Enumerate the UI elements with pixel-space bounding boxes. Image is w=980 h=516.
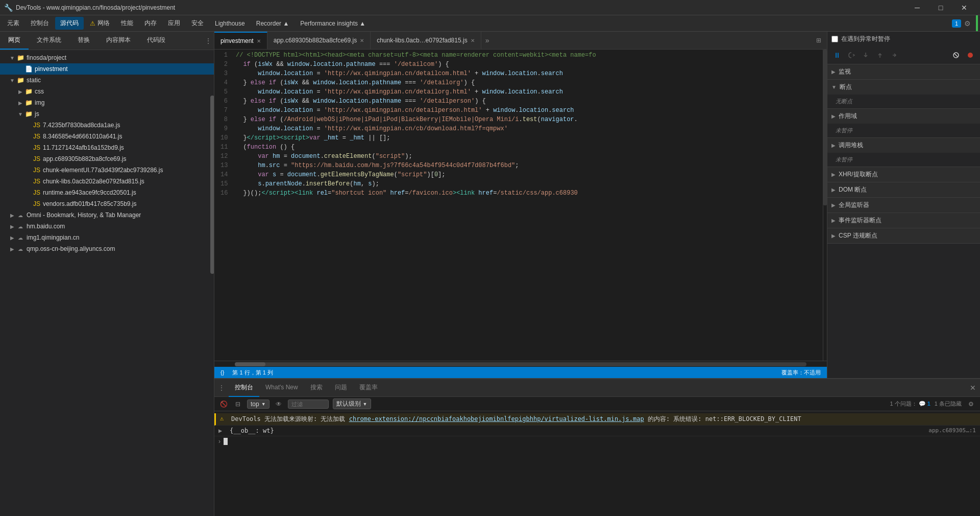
clear-console-button[interactable]: 🚫 bbox=[218, 399, 229, 409]
callstack-arrow: ▶ bbox=[831, 143, 836, 148]
tab-content-scripts[interactable]: 内容脚本 bbox=[98, 32, 139, 50]
menu-item-recorder[interactable]: Recorder ▲ bbox=[251, 18, 295, 29]
level-selector[interactable]: 默认级别 ▼ bbox=[333, 398, 371, 409]
tab-pinvestment[interactable]: pinvestment ✕ bbox=[214, 32, 267, 50]
stop-recording-button[interactable] bbox=[965, 50, 976, 61]
tree-label: finosda/project bbox=[27, 54, 66, 61]
minimize-button[interactable]: ─ bbox=[905, 0, 929, 15]
bottom-tab-issues[interactable]: 问题 bbox=[329, 379, 353, 397]
more-options-icon[interactable]: ⋮ bbox=[205, 37, 212, 45]
menu-item-security[interactable]: 安全 bbox=[186, 17, 209, 30]
deactivate-breakpoints-button[interactable] bbox=[950, 50, 962, 61]
close-bottom-panel-button[interactable]: ✕ bbox=[970, 384, 976, 392]
breakpoints-header[interactable]: ▼ 断点 bbox=[827, 80, 980, 95]
tree-item-js2[interactable]: JS 8.346585e4d6661010a641.js bbox=[0, 131, 214, 142]
tree-item-js3[interactable]: JS 11.71271424afb16a152bd9.js bbox=[0, 142, 214, 153]
more-tabs-button[interactable]: » bbox=[481, 36, 494, 44]
step-into-button[interactable] bbox=[860, 50, 871, 61]
expand-icon[interactable]: ▶ bbox=[218, 427, 227, 434]
watch-label: 监视 bbox=[839, 67, 851, 76]
tab-webpage[interactable]: 网页 bbox=[0, 32, 29, 50]
hscroll-track[interactable] bbox=[235, 362, 806, 366]
code-line-10: 10 }</script><script>var _hmt = _hmt || … bbox=[220, 133, 823, 143]
hscroll-thumb[interactable] bbox=[235, 362, 265, 366]
tab-filesystem[interactable]: 文件系统 bbox=[29, 32, 69, 50]
pause-on-exception-checkbox[interactable] bbox=[831, 36, 838, 42]
bottom-tabs: ⋮ 控制台 What's New 搜索 问题 覆盖率 ✕ bbox=[214, 379, 980, 397]
tree-label: runtime.ae943ace9fc9ccd20501.js bbox=[43, 189, 136, 196]
dom-label: DOM 断点 bbox=[839, 185, 867, 194]
tree-item-omni[interactable]: ▶ ☁ Omni - Bookmark, History, & Tab Mana… bbox=[0, 209, 214, 221]
editor-hscroll[interactable] bbox=[214, 361, 827, 367]
tree-item-pinvestment[interactable]: 📄 pinvestment bbox=[0, 63, 214, 75]
scope-header[interactable]: ▶ 作用域 bbox=[827, 109, 980, 124]
tree-item-hmbaidu[interactable]: ▶ ☁ hm.baidu.com bbox=[0, 221, 214, 232]
global-listeners-header[interactable]: ▶ 全局监听器 bbox=[827, 198, 980, 213]
menu-item-lighthouse[interactable]: Lighthouse bbox=[210, 18, 250, 29]
console-filter-input[interactable] bbox=[288, 400, 329, 409]
maximize-button[interactable]: □ bbox=[929, 0, 952, 15]
step-over-button[interactable] bbox=[846, 50, 857, 61]
tree-item-qmp[interactable]: ▶ ☁ qmp.oss-cn-beijing.aliyuncs.com bbox=[0, 243, 214, 254]
step-button[interactable] bbox=[889, 50, 900, 61]
tree-item-js8[interactable]: JS vendors.adfb01fb417c85c735b9.js bbox=[0, 198, 214, 209]
tree-item-finosda[interactable]: ▼ 📁 finosda/project bbox=[0, 52, 214, 63]
dom-header[interactable]: ▶ DOM 断点 bbox=[827, 182, 980, 197]
menu-item-application[interactable]: 应用 bbox=[163, 17, 185, 30]
watch-header[interactable]: ▶ 监视 bbox=[827, 64, 980, 79]
menu-item-performance-insights[interactable]: Performance insights ▲ bbox=[295, 18, 371, 29]
editor-vscroll[interactable] bbox=[823, 50, 827, 361]
tree-item-static[interactable]: ▼ 📁 static bbox=[0, 75, 214, 86]
tree-item-js7[interactable]: JS runtime.ae943ace9fc9ccd20501.js bbox=[0, 187, 214, 198]
bottom-tab-search[interactable]: 搜索 bbox=[304, 379, 329, 397]
bottom-tab-coverage[interactable]: 覆盖率 bbox=[353, 379, 384, 397]
console-obj-line: ▶ {__ob__: wt} app.c689305…:1 bbox=[214, 426, 980, 436]
tab-chunk-libs[interactable]: chunk-libs.0acb…e0792fad815.js ✕ bbox=[371, 32, 481, 50]
menu-item-memory[interactable]: 内存 bbox=[139, 17, 162, 30]
notification-badge[interactable]: 1 bbox=[952, 19, 961, 28]
code-content[interactable]: 1 // <!DOCTYPE html><html><head><meta ch… bbox=[214, 50, 823, 361]
tree-item-css[interactable]: ▶ 📁 css bbox=[0, 86, 214, 97]
tree-item-js1[interactable]: JS 7.4235bf7830bad8cda1ae.js bbox=[0, 120, 214, 131]
console-warning-link[interactable]: chrome-extension://npccnbiafoakhobejiomi… bbox=[349, 415, 644, 423]
xhr-header[interactable]: ▶ XHR/提取断点 bbox=[827, 167, 980, 182]
step-out-button[interactable] bbox=[874, 50, 886, 61]
tree-item-js4[interactable]: JS app.c689305b882ba8cfce69.js bbox=[0, 153, 214, 165]
csp-header[interactable]: ▶ CSP 违规断点 bbox=[827, 228, 980, 243]
menu-item-elements[interactable]: 元素 bbox=[2, 17, 24, 30]
tree-item-js[interactable]: ▼ 📁 js bbox=[0, 108, 214, 120]
menu-item-console[interactable]: 控制台 bbox=[26, 17, 54, 30]
tab-app-js[interactable]: app.c689305b882ba8cfce69.js ✕ bbox=[267, 32, 371, 50]
settings-icon[interactable]: ⚙ bbox=[964, 19, 971, 28]
tree-item-js5[interactable]: JS chunk-elementUI.77a3d439f2abc9739286.… bbox=[0, 165, 214, 176]
toggle-sidebar-icon[interactable]: ⊞ bbox=[813, 34, 825, 46]
tree-item-js6[interactable]: JS chunk-libs.0acb202a8e0792fad815.js bbox=[0, 176, 214, 187]
tab-replace[interactable]: 替换 bbox=[69, 32, 98, 50]
tree-item-img[interactable]: ▶ 📁 img bbox=[0, 97, 214, 108]
menu-item-performance[interactable]: 性能 bbox=[116, 17, 138, 30]
menu-item-network[interactable]: ⚠网络 bbox=[85, 17, 115, 30]
pause-resume-button[interactable]: ⏸ bbox=[831, 50, 843, 61]
folder-icon: 📁 bbox=[24, 88, 33, 95]
tab-snippets[interactable]: 代码段 bbox=[139, 32, 174, 50]
watch-section: ▶ 监视 bbox=[827, 64, 980, 80]
tree-item-img1[interactable]: ▶ ☁ img1.qimingpian.cn bbox=[0, 232, 214, 243]
prompt-icon: › bbox=[218, 438, 220, 445]
close-button[interactable]: ✕ bbox=[952, 0, 976, 15]
close-tab-icon[interactable]: ✕ bbox=[257, 38, 261, 44]
eye-button[interactable]: 👁 bbox=[274, 399, 284, 409]
console-menu-icon[interactable]: ⋮ bbox=[218, 384, 225, 391]
menu-item-sources[interactable]: 源代码 bbox=[55, 17, 84, 30]
context-selector[interactable]: top ▼ bbox=[247, 400, 270, 409]
csp-section: ▶ CSP 违规断点 bbox=[827, 228, 980, 244]
console-toolbar: 🚫 ⊟ top ▼ 👁 默认级别 ▼ 1 个问题： bbox=[214, 397, 980, 411]
bottom-tab-console[interactable]: 控制台 bbox=[229, 379, 259, 397]
event-listeners-header[interactable]: ▶ 事件监听器断点 bbox=[827, 213, 980, 228]
bottom-tab-whats-new[interactable]: What's New bbox=[259, 379, 304, 397]
bottom-panel: ⋮ 控制台 What's New 搜索 问题 覆盖率 ✕ 🚫 ⊟ top ▼ bbox=[214, 378, 980, 516]
close-tab-icon[interactable]: ✕ bbox=[471, 38, 475, 43]
callstack-header[interactable]: ▶ 调用堆栈 bbox=[827, 138, 980, 153]
folder-icon: 📁 bbox=[24, 110, 33, 118]
close-tab-icon[interactable]: ✕ bbox=[360, 38, 364, 43]
console-settings-button[interactable]: ⚙ bbox=[966, 399, 976, 409]
